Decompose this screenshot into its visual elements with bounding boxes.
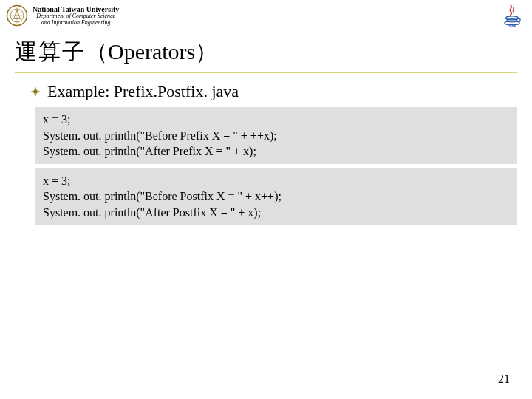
ntu-logo-icon [6, 4, 28, 27]
code-block-prefix: x = 3; System. out. println("Before Pref… [35, 107, 517, 164]
java-logo-icon: JAVA [499, 3, 525, 28]
title-operators: （Operators） [86, 39, 217, 64]
subtitle-row: Example: Prefix.Postfix. java [30, 82, 532, 101]
bullet-icon [30, 86, 41, 98]
svg-text:JAVA: JAVA [508, 24, 516, 28]
department-line-2: and Information Engineering [33, 20, 119, 27]
slide-header: National Taiwan University Department of… [0, 0, 532, 30]
slide-title: 運算子（Operators） [15, 37, 517, 67]
code-block-postfix: x = 3; System. out. println("Before Post… [35, 168, 517, 225]
header-left: National Taiwan University Department of… [6, 4, 119, 27]
page-number: 21 [498, 372, 510, 386]
example-label: Example: Prefix.Postfix. java [47, 82, 239, 101]
title-underline [15, 72, 517, 73]
title-cjk: 運算子 [15, 39, 86, 64]
university-text: National Taiwan University Department of… [33, 5, 119, 27]
svg-point-9 [34, 90, 37, 93]
